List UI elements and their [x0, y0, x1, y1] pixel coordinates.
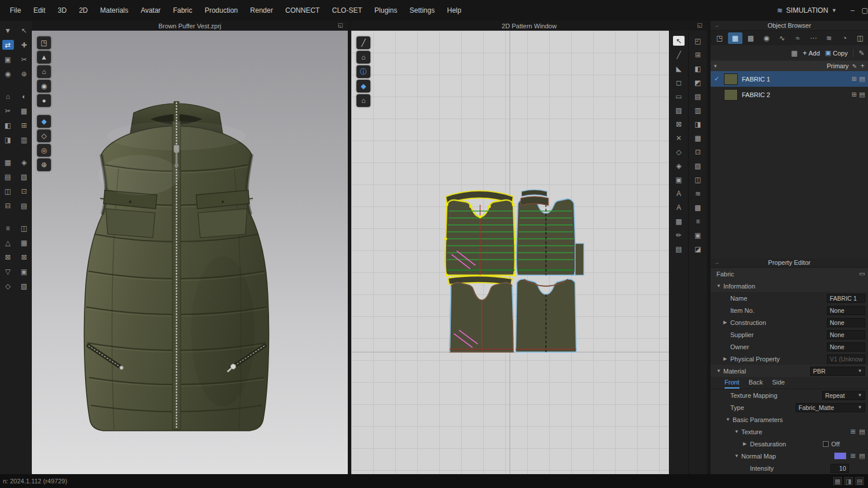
pattern-tool-icon[interactable]: ◇: [673, 147, 685, 157]
property-row[interactable]: ▶ Construction None: [711, 316, 868, 328]
object-browser-tab-icon[interactable]: ∿: [775, 32, 789, 44]
menu-item[interactable]: File: [5, 6, 26, 14]
toolbar-tool-icon[interactable]: ▤: [2, 172, 14, 182]
pattern-tool-icon[interactable]: A: [673, 188, 685, 198]
pattern-tool-icon[interactable]: ◰: [692, 36, 704, 46]
pattern-tool-icon[interactable]: ▩: [692, 202, 704, 212]
property-row[interactable]: Supplier None: [711, 328, 868, 341]
toolbar-tool-icon[interactable]: ⊟: [2, 201, 14, 210]
object-browser-tab-icon[interactable]: ≈: [790, 32, 805, 44]
fabric-swatch[interactable]: [724, 89, 738, 101]
toolbar-tool-icon[interactable]: ✂: [19, 54, 30, 64]
group-collapse-icon[interactable]: ▾: [714, 63, 717, 69]
material-side-tab[interactable]: Back: [749, 379, 763, 389]
object-browser-tab-icon[interactable]: ◉: [759, 32, 774, 44]
view-mode-icon[interactable]: [37, 109, 51, 113]
toolbar-tool-icon[interactable]: ▦: [2, 157, 14, 167]
desaturation-checkbox[interactable]: [823, 441, 829, 447]
copy-button[interactable]: ▣ Copy: [825, 49, 848, 57]
toolbar-tool-icon[interactable]: △: [2, 238, 14, 247]
toolbar-tool-icon[interactable]: ◫: [2, 186, 14, 196]
pattern-tool-icon[interactable]: ◧: [692, 64, 704, 73]
object-browser-tab-icon[interactable]: ▩: [744, 32, 758, 44]
menu-item[interactable]: Help: [442, 6, 467, 14]
menu-item[interactable]: Materials: [95, 6, 134, 14]
normal-map-grid-icon[interactable]: ⊞: [850, 452, 855, 460]
layout-split-icon[interactable]: ◨: [844, 477, 853, 485]
toolbar-tool-icon[interactable]: ⊡: [19, 186, 30, 196]
property-value[interactable]: V1 (Unknow: [827, 354, 865, 364]
view-mode-icon[interactable]: ◳: [37, 36, 51, 49]
add-group-icon[interactable]: +: [860, 62, 865, 70]
pattern-tool-icon[interactable]: ⊞: [692, 50, 704, 60]
fabric-list-item[interactable]: FABRIC 2 ⊞ ▤: [711, 87, 868, 102]
pattern-tool-icon[interactable]: ▥: [692, 105, 704, 115]
toolbar-tool-icon[interactable]: ▨: [19, 281, 30, 291]
assign-fabric-icon[interactable]: ⊞: [851, 91, 856, 98]
toolbar-tool-icon[interactable]: ↖: [19, 25, 30, 35]
view-mode-icon[interactable]: ◎: [37, 144, 51, 157]
rename-group-icon[interactable]: ✎: [852, 63, 857, 69]
menu-item[interactable]: 2D: [73, 6, 93, 14]
layout-full-icon[interactable]: ▤: [855, 477, 864, 485]
view-mode-icon[interactable]: ▲: [37, 51, 51, 64]
property-value[interactable]: FABRIC 1: [827, 294, 865, 303]
information-section-row[interactable]: ▼ Information: [711, 280, 868, 292]
toolbar-tool-icon[interactable]: ◉: [2, 69, 14, 79]
pattern-tool-icon[interactable]: ◪: [692, 244, 704, 254]
fabric-detail-icon[interactable]: ▤: [859, 91, 865, 98]
object-browser-tab-icon[interactable]: ▦: [728, 32, 742, 44]
toolbar-tool-icon[interactable]: ▦: [19, 238, 30, 247]
pattern-tool-icon[interactable]: ▤: [692, 91, 704, 101]
pattern-tool-icon[interactable]: ◣: [673, 64, 685, 73]
add-button[interactable]: + Add: [803, 49, 820, 57]
pattern-tool-icon[interactable]: ≋: [692, 188, 704, 198]
intensity-input[interactable]: 10: [830, 464, 849, 473]
object-browser-tab-icon[interactable]: ◳: [712, 32, 727, 44]
toolbar-tool-icon[interactable]: ◧: [2, 120, 14, 130]
float-window-icon[interactable]: ◱: [338, 22, 343, 28]
pattern-tool-icon[interactable]: ▧: [692, 161, 704, 171]
assign-fabric-icon[interactable]: ⊞: [851, 75, 856, 83]
toolbar-tool-icon[interactable]: ◈: [19, 157, 30, 167]
view-mode-icon[interactable]: ◉: [37, 80, 51, 93]
view-mode-icon[interactable]: ⊕: [37, 158, 51, 171]
pattern-view-icon[interactable]: ◆: [356, 80, 370, 93]
object-browser-tab-icon[interactable]: ⋯: [806, 32, 821, 44]
desaturation-row[interactable]: ▶ Desaturation Off: [711, 438, 868, 450]
view-mode-icon[interactable]: ⌂: [37, 65, 51, 78]
toolbar-tool-icon[interactable]: ▼: [2, 25, 14, 35]
pattern-view-icon[interactable]: ⓘ: [356, 65, 370, 78]
pattern-tool-icon[interactable]: ⊡: [692, 147, 704, 157]
toolbar-tool-icon[interactable]: ✚: [19, 40, 30, 50]
pattern-tool-icon[interactable]: ╱: [673, 50, 685, 60]
material-section-row[interactable]: ▼ Material PBR ▼: [711, 365, 868, 377]
toolbar-tool-icon[interactable]: ▣: [19, 267, 30, 276]
material-side-tab[interactable]: Side: [772, 379, 785, 389]
fabric-group-row[interactable]: ▾ Primary ✎ +: [711, 61, 868, 71]
normal-map-swatch[interactable]: [834, 452, 847, 460]
menu-item[interactable]: CLO-SET: [327, 6, 367, 14]
pattern-tool-icon[interactable]: ↖: [673, 36, 685, 46]
property-value[interactable]: None: [827, 330, 865, 339]
pattern-tool-icon[interactable]: ▦: [692, 133, 704, 143]
edit-list-icon[interactable]: ✎: [859, 49, 865, 57]
toolbar-tool-icon[interactable]: ⊕: [19, 69, 30, 79]
fabric-stack-icon[interactable]: ▦: [791, 49, 797, 57]
toolbar-tool-icon[interactable]: ▥: [19, 135, 30, 145]
toolbar-tool-icon[interactable]: ⊞: [19, 120, 30, 130]
property-row[interactable]: ▶ Physical Property V1 (Unknow: [711, 353, 868, 365]
pattern-tool-icon[interactable]: ⊠: [673, 119, 685, 129]
fabric-swatch[interactable]: [724, 73, 738, 85]
fabric-list-item[interactable]: ✓ FABRIC 1 ⊞ ▤: [711, 71, 868, 87]
collapse-panel-icon[interactable]: →: [713, 22, 719, 28]
menu-item[interactable]: Production: [200, 6, 243, 14]
vest-3d-render[interactable]: [32, 31, 348, 474]
menu-item[interactable]: Render: [245, 6, 278, 14]
layout-grid-icon[interactable]: ▦: [833, 477, 842, 485]
menu-item[interactable]: Settings: [404, 6, 440, 14]
toolbar-tool-icon[interactable]: ⌂: [2, 91, 14, 101]
texture-grid-icon[interactable]: ⊞: [850, 428, 855, 435]
minimize-button[interactable]: –: [851, 6, 855, 14]
toolbar-tool-icon[interactable]: ⊠: [19, 252, 30, 262]
